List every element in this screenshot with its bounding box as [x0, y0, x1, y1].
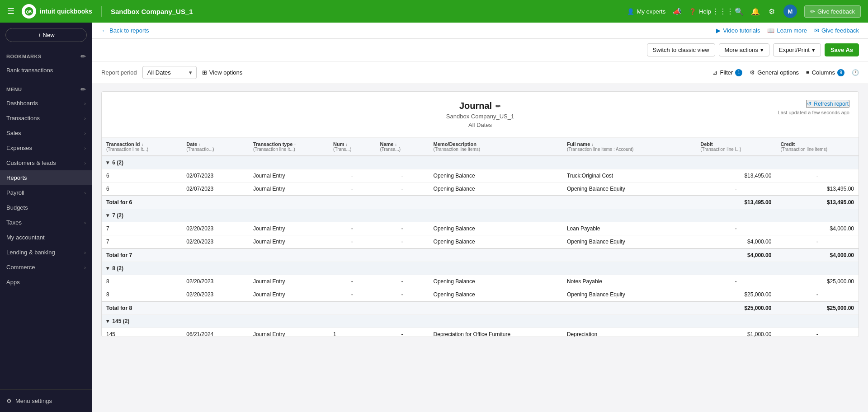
megaphone-icon[interactable]: 📣: [673, 7, 682, 16]
filter-button[interactable]: ⊿ Filter 1: [712, 69, 742, 76]
user-avatar[interactable]: M: [783, 5, 797, 18]
new-button[interactable]: + New: [5, 28, 87, 42]
columns-button[interactable]: ≡ Columns 9: [806, 69, 844, 76]
group-header-8: ▾ 8 (2): [102, 262, 859, 275]
general-options-button[interactable]: ⚙ General options: [750, 69, 799, 76]
sidebar-item-budgets[interactable]: Budgets: [0, 200, 92, 215]
total-row-7: Total for 7 $4,000.00 $4,000.00: [102, 248, 859, 262]
sidebar-item-payroll[interactable]: Payroll ›: [0, 185, 92, 200]
menu-settings-button[interactable]: ⚙ Menu settings: [0, 393, 92, 408]
view-options-button[interactable]: ⊞ View options: [202, 69, 242, 76]
table-row: 6 02/07/2023 Journal Entry - - Opening B…: [102, 169, 859, 183]
app-name: intuit quickbooks: [40, 8, 92, 15]
cell-date: 02/20/2023: [182, 222, 249, 235]
bookmarks-edit-icon[interactable]: ✏: [80, 53, 86, 60]
cell-name: -: [375, 328, 429, 337]
total-debit-7: $4,000.00: [696, 248, 776, 262]
experts-icon: 👤: [627, 8, 634, 15]
edit-title-icon[interactable]: ✏: [495, 103, 501, 110]
video-tutorials-link[interactable]: ▶ Video tutorials: [716, 27, 760, 34]
sidebar-item-lending-banking[interactable]: Lending & banking ›: [0, 245, 92, 260]
give-feedback-button[interactable]: ✏ Give feedback: [804, 5, 861, 18]
total-debit-6: $13,495.00: [696, 196, 776, 209]
total-credit-8: $25,000.00: [776, 301, 859, 315]
chevron-icon: ›: [84, 101, 86, 106]
last-updated-text: Last updated a few seconds ago: [778, 110, 849, 115]
filter-count-badge: 1: [735, 69, 742, 76]
give-feedback-link[interactable]: ✉ Give feedback: [814, 27, 859, 34]
export-print-button[interactable]: Export/Print ▾: [773, 43, 821, 56]
chevron-icon: ›: [84, 190, 86, 196]
sidebar-item-transactions[interactable]: Transactions ›: [0, 111, 92, 126]
cell-date: 02/07/2023: [182, 183, 249, 196]
table-row: 145 06/21/2024 Journal Entry 1 - Depreci…: [102, 328, 859, 337]
date-select[interactable]: All Dates This Year Last Year This Quart…: [142, 66, 197, 79]
menu-header[interactable]: MENU ✏: [0, 83, 92, 96]
search-icon[interactable]: 🔍: [735, 7, 744, 16]
sort-icon[interactable]: ↕: [395, 142, 397, 147]
hamburger-button[interactable]: ☰: [7, 6, 14, 16]
help-icon: ❓: [689, 8, 696, 15]
cell-credit: $25,000.00: [776, 275, 859, 288]
journal-table: Transaction id ↕ (Transaction line it...…: [102, 138, 859, 337]
sidebar-item-dashboards[interactable]: Dashboards ›: [0, 96, 92, 111]
total-label: Total for 7: [102, 248, 696, 262]
col-header-transaction-id: Transaction id ↕ (Transaction line it...…: [102, 138, 182, 156]
sidebar-item-customers-leads[interactable]: Customers & leads ›: [0, 155, 92, 170]
sort-icon[interactable]: ↑: [198, 142, 201, 147]
bell-icon[interactable]: 🔔: [751, 7, 760, 16]
refresh-icon: ↺: [807, 101, 811, 107]
cell-date: 02/20/2023: [182, 288, 249, 302]
switch-classic-button[interactable]: Switch to classic view: [647, 43, 715, 56]
gear-icon[interactable]: ⚙: [767, 7, 776, 16]
table-scroll-container[interactable]: Transaction id ↕ (Transaction line it...…: [102, 138, 859, 337]
sort-icon[interactable]: ↕: [346, 142, 348, 147]
sort-icon[interactable]: ↕: [591, 142, 594, 147]
cell-id: 7: [102, 222, 182, 235]
total-label: Total for 8: [102, 301, 696, 315]
save-as-button[interactable]: Save As: [825, 43, 859, 56]
apps-grid-icon[interactable]: ⋮⋮⋮: [718, 7, 727, 16]
cell-date: 02/07/2023: [182, 169, 249, 183]
chevron-icon: ›: [84, 116, 86, 121]
cell-debit: -: [696, 275, 776, 288]
back-to-reports-link[interactable]: ← Back to reports: [101, 27, 149, 34]
cell-num: 1: [329, 328, 375, 337]
cell-num: -: [329, 222, 375, 235]
clock-icon-button[interactable]: 🕐: [852, 69, 859, 76]
group-header-6: ▾ 6 (2): [102, 156, 859, 169]
group-collapse-icon[interactable]: ▾: [106, 265, 109, 272]
cell-fullname: Truck:Original Cost: [562, 169, 696, 183]
learn-more-link[interactable]: 📖 Learn more: [767, 27, 807, 34]
my-experts-button[interactable]: 👤 My experts: [627, 8, 666, 15]
group-collapse-icon[interactable]: ▾: [106, 318, 109, 324]
group-collapse-icon[interactable]: ▾: [106, 212, 109, 219]
sidebar-item-sales[interactable]: Sales ›: [0, 126, 92, 140]
cell-date: 06/21/2024: [182, 328, 249, 337]
sidebar-item-reports[interactable]: Reports: [0, 170, 92, 185]
sort-icon[interactable]: ↑: [294, 142, 296, 147]
group-header-7: ▾ 7 (2): [102, 209, 859, 222]
group-collapse-icon[interactable]: ▾: [106, 159, 109, 166]
menu-edit-icon[interactable]: ✏: [80, 86, 86, 93]
sidebar-item-bank-transactions[interactable]: Bank transactions: [0, 63, 92, 78]
sort-icon[interactable]: ↕: [142, 142, 144, 147]
refresh-report-button[interactable]: ↺ Refresh report: [806, 100, 849, 108]
settings-icon: ⚙: [6, 398, 12, 404]
cell-num: -: [329, 183, 375, 196]
sidebar-item-taxes[interactable]: Taxes ›: [0, 215, 92, 230]
bookmarks-header[interactable]: BOOKMARKS ✏: [0, 50, 92, 63]
help-button[interactable]: ❓ Help: [689, 8, 711, 15]
cell-id: 145: [102, 328, 182, 337]
sidebar-item-apps[interactable]: Apps: [0, 275, 92, 290]
sidebar-item-commerce[interactable]: Commerce ›: [0, 260, 92, 275]
sidebar-item-expenses[interactable]: Expenses ›: [0, 140, 92, 155]
cell-credit: -: [776, 288, 859, 302]
cell-credit: -: [776, 328, 859, 337]
sidebar-item-my-accountant[interactable]: My accountant: [0, 230, 92, 245]
more-actions-button[interactable]: More actions ▾: [719, 43, 769, 56]
date-select-wrap: All Dates This Year Last Year This Quart…: [142, 66, 197, 79]
cell-name: -: [375, 235, 429, 249]
group-header-145: ▾ 145 (2): [102, 315, 859, 328]
cell-id: 8: [102, 288, 182, 302]
